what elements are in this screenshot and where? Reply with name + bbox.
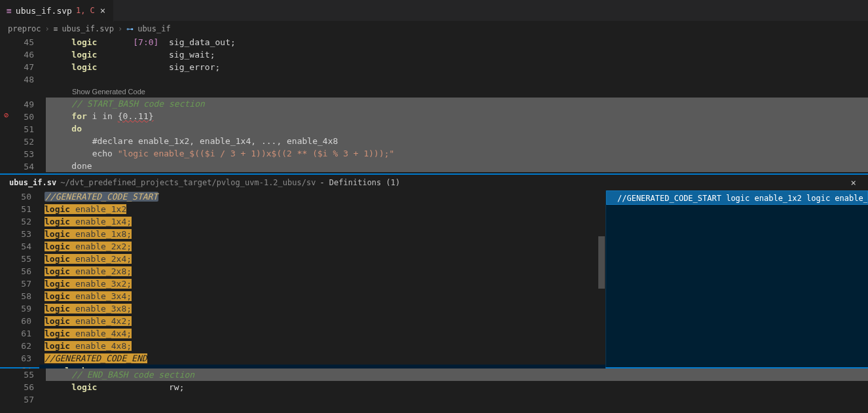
line-number[interactable]: 55: [0, 368, 34, 381]
peek-editor[interactable]: 505152535455565758596061626364 //GENERAT…: [0, 190, 606, 367]
gutter[interactable]: 505152535455565758596061626364: [0, 190, 39, 367]
line-number[interactable]: 45: [0, 36, 34, 48]
code-line[interactable]: echo "logic enable_$(($i / 3 + 1))x$((2 …: [46, 147, 868, 160]
interface-icon: ⊶: [126, 25, 134, 33]
line-number[interactable]: 63: [0, 352, 31, 365]
code-line[interactable]: do: [46, 122, 868, 135]
breadcrumb-item[interactable]: ubus_if: [137, 24, 171, 33]
line-number[interactable]: 53: [0, 148, 34, 160]
file-icon: ≡: [54, 25, 58, 33]
tab-label: ubus_if.svp: [16, 6, 72, 16]
line-number[interactable]: 60: [0, 315, 31, 327]
code-line[interactable]: logic enable_4x2;: [39, 315, 606, 327]
scrollbar-thumb[interactable]: [598, 236, 605, 289]
line-number[interactable]: 59: [0, 302, 31, 315]
line-number[interactable]: 54: [0, 160, 34, 173]
line-number[interactable]: 57: [0, 393, 34, 406]
line-number[interactable]: 53: [0, 228, 31, 240]
code-content[interactable]: // END_BASH code section logic rw;: [46, 368, 868, 413]
code-line[interactable]: [46, 73, 868, 86]
code-line[interactable]: logic enable_3x8;: [39, 302, 606, 315]
close-icon[interactable]: ×: [848, 176, 859, 189]
code-line[interactable]: logic enable_1x2: [39, 203, 606, 215]
line-number[interactable]: 51: [0, 123, 34, 135]
breadcrumb-item[interactable]: preproc: [8, 24, 41, 33]
line-number[interactable]: 57: [0, 278, 31, 290]
line-number[interactable]: 56: [0, 265, 31, 278]
tab-bar: ≡ ubus_if.svp 1, C ×: [0, 0, 868, 22]
code-line[interactable]: // END_BASH code section: [46, 368, 868, 381]
code-line[interactable]: done: [46, 160, 868, 172]
code-line[interactable]: logic enable_3x2;: [39, 278, 606, 290]
line-number[interactable]: 47: [0, 61, 34, 73]
breadcrumb-item[interactable]: ubus_if.svp: [62, 24, 113, 33]
line-number[interactable]: 56: [0, 381, 34, 393]
peek-result-item[interactable]: //GENERATED_CODE_START logic enable_1x2 …: [606, 190, 868, 205]
code-line[interactable]: logic enable_4x4;: [39, 327, 606, 340]
gutter[interactable]: 45464748 49⊘5051525354: [0, 36, 46, 173]
code-line[interactable]: logic enable_2x2;: [39, 240, 606, 253]
code-line[interactable]: logic [7:0] sig_data_out;: [46, 36, 868, 48]
tab-ubus-if[interactable]: ≡ ubus_if.svp 1, C ×: [0, 0, 114, 22]
chevron-right-icon: ›: [45, 24, 50, 33]
code-line[interactable]: for i in {0..11}: [46, 110, 868, 122]
code-line[interactable]: //GENERATED_CODE_START: [39, 190, 606, 203]
close-icon[interactable]: ×: [99, 4, 107, 17]
line-number[interactable]: 48: [0, 73, 34, 86]
file-icon: ≡: [7, 6, 12, 16]
code-line[interactable]: logic sig_error;: [46, 61, 868, 73]
peek-view-body: 505152535455565758596061626364 //GENERAT…: [0, 190, 868, 368]
line-number[interactable]: 55: [0, 253, 31, 265]
line-number[interactable]: 54: [0, 240, 31, 253]
codelens-show-generated[interactable]: Show Generated Code: [46, 86, 868, 98]
code-content[interactable]: //GENERATED_CODE_STARTlogic enable_1x2lo…: [39, 190, 606, 367]
code-line[interactable]: //GENERATED_CODE_END: [39, 352, 606, 365]
code-line[interactable]: logic enable_2x4;: [39, 253, 606, 265]
breadcrumb[interactable]: preproc › ≡ ubus_if.svp › ⊶ ubus_if: [0, 22, 868, 36]
scrollbar[interactable]: [598, 190, 606, 367]
peek-view-header: ubus_if.sv ~/dvt_predefined_projects_tar…: [0, 173, 868, 190]
line-number[interactable]: 52: [0, 215, 31, 228]
code-line[interactable]: [46, 393, 868, 406]
chevron-right-icon: ›: [118, 24, 122, 33]
line-number[interactable]: 46: [0, 48, 34, 61]
code-line[interactable]: logic enable_1x4;: [39, 215, 606, 228]
code-line[interactable]: // START_BASH code section: [46, 98, 868, 110]
line-number[interactable]: 50: [0, 190, 31, 203]
code-line[interactable]: logic enable_1x8;: [39, 228, 606, 240]
code-line[interactable]: logic enable_3x4;: [39, 290, 606, 302]
line-number[interactable]: 58: [0, 290, 31, 302]
line-number[interactable]: 52: [0, 135, 34, 148]
main-editor[interactable]: 45464748 49⊘5051525354 logic [7:0] sig_d…: [0, 36, 868, 173]
main-editor-continued[interactable]: 555657 // END_BASH code section logic rw…: [0, 368, 868, 413]
line-number[interactable]: 61: [0, 327, 31, 340]
gutter[interactable]: 555657: [0, 368, 46, 413]
line-number[interactable]: 62: [0, 340, 31, 352]
peek-title: ubus_if.sv: [9, 178, 56, 187]
code-line[interactable]: logic enable_4x8;: [39, 340, 606, 352]
code-line[interactable]: logic enable_2x8;: [39, 265, 606, 278]
code-line[interactable]: #declare enable_1x2, enable_1x4, ..., en…: [46, 135, 868, 147]
code-line[interactable]: logic rw;: [46, 381, 868, 393]
tab-modified-indicator: 1, C: [76, 6, 95, 15]
peek-path: ~/dvt_predefined_projects_target/pvlog_u…: [60, 178, 316, 187]
code-line[interactable]: logic sig_wait;: [46, 48, 868, 61]
error-icon[interactable]: ⊘: [4, 111, 9, 120]
code-content[interactable]: logic [7:0] sig_data_out; logic sig_wait…: [46, 36, 868, 173]
line-number[interactable]: 49: [0, 98, 34, 111]
peek-definitions-count: - Definitions (1): [319, 178, 400, 187]
editor-area: 45464748 49⊘5051525354 logic [7:0] sig_d…: [0, 36, 868, 413]
peek-results-list[interactable]: //GENERATED_CODE_START logic enable_1x2 …: [606, 190, 868, 367]
line-number[interactable]: 51: [0, 203, 31, 215]
